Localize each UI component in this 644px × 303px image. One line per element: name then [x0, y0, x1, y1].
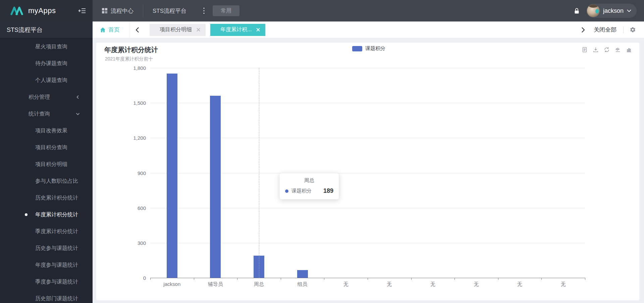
x-axis-label: 无 [411, 281, 455, 288]
x-axis-tick [411, 278, 412, 280]
x-axis-tick [194, 278, 194, 280]
tab-home[interactable]: 首页 [93, 21, 129, 38]
bar[interactable] [167, 74, 177, 278]
close-icon[interactable] [197, 28, 200, 32]
save-image-icon[interactable] [593, 47, 599, 53]
scroll-tabs-right-button[interactable] [576, 21, 591, 38]
x-axis-label: 无 [541, 281, 585, 288]
x-axis-label: 无 [454, 281, 498, 288]
sidebar-item-label: 个人课题查询 [35, 77, 67, 83]
tab-label: 项目积分明细 [160, 26, 192, 33]
sidebar-item-label: 项目改善效果 [35, 128, 67, 133]
sidebar-item[interactable]: 统计查询 [0, 105, 93, 122]
sidebar-title: STS流程平台 [0, 21, 93, 38]
x-axis-label: jackson [150, 281, 194, 287]
x-axis-tick [237, 278, 237, 280]
home-icon [100, 27, 106, 33]
x-axis-tick [324, 278, 324, 280]
close-icon[interactable] [256, 28, 260, 32]
frequent-button[interactable]: 常用 [213, 5, 239, 16]
sidebar-item[interactable]: 历史参与课题统计 [0, 240, 93, 257]
sidebar-item-label: 积分管理 [29, 94, 50, 100]
nav-sts-platform-label: STS流程平台 [153, 7, 186, 15]
restore-icon[interactable] [604, 47, 610, 53]
collapse-sidebar-icon[interactable] [78, 8, 86, 13]
tab-home-label: 首页 [108, 26, 120, 34]
y-axis-label: 1,500 [133, 100, 146, 106]
sidebar-item-label: 历史部门课题统计 [35, 296, 78, 301]
bar-chart-icon[interactable] [626, 47, 632, 53]
gridline [150, 68, 585, 68]
y-axis-label: 900 [138, 170, 146, 176]
sidebar-item[interactable]: 个人课题查询 [0, 72, 93, 89]
sidebar-item-label: 待办课题查询 [35, 60, 67, 66]
y-axis-label: 1,200 [133, 135, 146, 141]
sidebar-item[interactable]: 历史部门课题统计 [0, 290, 93, 303]
legend-swatch [352, 46, 362, 51]
lock-icon[interactable] [574, 8, 580, 14]
tooltip-series-dot [285, 189, 288, 193]
user-menu[interactable]: jackson [586, 4, 637, 18]
chart-card: 年度累计积分统计 2021年度累计积分前十 课题积分 [96, 43, 639, 300]
y-axis-label: 300 [138, 240, 146, 246]
chart-plot[interactable]: 03006009001,2001,5001,800jackson辅导员周总组员无… [150, 68, 585, 278]
main-area: 首页 项目积分明细年度累计积... 关闭全部 年度累计积分统计 2021年度累计… [93, 21, 644, 303]
close-all-button[interactable]: 关闭全部 [594, 26, 616, 34]
line-chart-icon[interactable] [615, 47, 621, 53]
nav-sts-platform[interactable]: STS流程平台 [143, 0, 196, 21]
nav-process-center[interactable]: 流程中心 [93, 0, 143, 21]
x-axis-tick [585, 278, 585, 280]
myapps-logo-icon [10, 6, 24, 15]
scroll-tabs-left-button[interactable] [129, 21, 145, 38]
chevron-down-icon [76, 112, 80, 116]
sidebar-item[interactable]: 项目积分查询 [0, 139, 93, 156]
document-tab[interactable]: 项目积分明细 [150, 24, 206, 36]
y-axis-label: 600 [138, 205, 146, 211]
sidebar-item[interactable]: 项目积分明细 [0, 156, 93, 173]
logo-area: myApps [0, 0, 93, 21]
sidebar-item-label: 参与人数职位占比 [35, 178, 78, 184]
document-tabs: 项目积分明细年度累计积... [145, 24, 265, 36]
tabbar-divider [623, 27, 624, 33]
sidebar-item-label: 星火项目查询 [35, 44, 67, 49]
sidebar-item[interactable]: 历史累计积分统计 [0, 189, 93, 206]
sidebar-item[interactable]: 年度参与课题统计 [0, 257, 93, 273]
sidebar-item-label: 季度累计积分统计 [35, 228, 78, 234]
tooltip-row: 课题积分 189 [285, 187, 333, 194]
tooltip-value: 189 [323, 187, 333, 194]
y-axis-label: 0 [143, 275, 146, 281]
tabbar-right-cluster: 关闭全部 [576, 21, 644, 38]
legend-item[interactable]: 课题积分 [352, 45, 385, 52]
sidebar-item-label: 项目积分明细 [35, 161, 67, 167]
document-tab[interactable]: 年度累计积... [210, 24, 265, 36]
sidebar-item-label: 历史参与课题统计 [35, 245, 78, 251]
axis-pointer-line [259, 68, 259, 278]
gear-icon[interactable] [630, 27, 636, 33]
x-axis-label: 组员 [281, 281, 324, 288]
kebab-menu-icon[interactable] [203, 7, 205, 14]
chevron-left-icon [76, 95, 80, 99]
sidebar-item[interactable]: 季度参与课题统计 [0, 273, 93, 290]
sidebar-item[interactable]: 星火项目查询 [0, 38, 93, 55]
chart-tooltip: 周总 课题积分 189 [279, 173, 339, 200]
sidebar-item[interactable]: 年度累计积分统计 [0, 206, 93, 223]
x-axis-tick [541, 278, 542, 280]
sidebar-item[interactable]: 待办课题查询 [0, 55, 93, 72]
sidebar-item[interactable]: 季度累计积分统计 [0, 223, 93, 240]
chart-subtitle: 2021年度累计积分前十 [105, 56, 153, 62]
bar[interactable] [210, 96, 221, 278]
x-axis-label: 周总 [237, 281, 281, 288]
sidebar-item[interactable]: 项目改善效果 [0, 122, 93, 139]
sidebar-item[interactable]: 积分管理 [0, 89, 93, 105]
sidebar-item-label: 历史累计积分统计 [35, 195, 78, 201]
x-axis-label: 无 [324, 281, 368, 288]
x-axis-tick [368, 278, 368, 280]
sidebar-item-label: 年度累计积分统计 [35, 212, 78, 217]
apps-grid-icon [102, 8, 107, 13]
bar[interactable] [297, 270, 308, 278]
tooltip-series-label: 课题积分 [291, 188, 312, 194]
sidebar-item[interactable]: 参与人数职位占比 [0, 173, 93, 189]
logo-text: myApps [28, 6, 56, 15]
data-view-icon[interactable] [582, 47, 588, 53]
chart-toolbox [582, 47, 632, 53]
